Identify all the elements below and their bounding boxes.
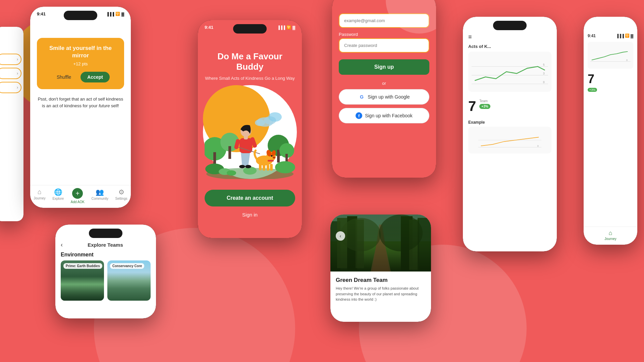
svg-point-31 <box>271 155 273 157</box>
nav-journey[interactable]: ⌂ Journey <box>34 188 46 204</box>
facebook-label: Sign up with Facebook <box>365 113 413 118</box>
acts-chart: 5 3 0 <box>468 52 551 92</box>
score-number: 7 <box>468 99 476 113</box>
facebook-signup-button[interactable]: f Sign up with Facebook <box>339 108 429 123</box>
badge-8: +3% <box>588 88 597 92</box>
example-chart-svg: 0 <box>472 130 548 150</box>
pill-1: › <box>0 54 21 65</box>
svg-rect-32 <box>268 160 274 162</box>
google-g-letter: G <box>360 94 364 100</box>
bottom-navbar: ⌂ Journey 🌐 Explore + Add AOK 👥 Communit… <box>30 185 131 208</box>
create-account-button[interactable]: Create an account <box>205 190 295 206</box>
environment-section: Environment <box>55 250 156 260</box>
svg-point-14 <box>255 119 265 126</box>
back-button[interactable]: ‹ <box>61 241 63 248</box>
phone-3-hero: 9:41 ▐▐▐ 🛜 ▓ Do Me a Favour Buddy Where … <box>198 20 302 238</box>
score-section: 7 Team +3% <box>468 96 551 117</box>
nav-add-aok[interactable]: + Add AOK <box>71 188 85 204</box>
nav-settings-label: Settings <box>115 197 127 200</box>
phone-6-stats: ≡ Acts of K... 5 3 0 7 Team +3% <box>463 17 557 251</box>
notch <box>64 11 97 20</box>
nav-community[interactable]: 👥 Community <box>91 188 108 204</box>
google-label: Sign up with Google <box>368 94 410 100</box>
signal-icon: ▐▐▐ <box>106 12 114 16</box>
svg-text:0: 0 <box>626 59 628 61</box>
nav-explore-label: Explore <box>52 197 64 200</box>
status-time: 9:41 <box>37 11 46 16</box>
team-cards: Prime: Earth Buddies Conservancy Core <box>55 260 156 301</box>
walking-dog-illustration <box>205 95 295 179</box>
card-buttons: Shuffle Accept <box>42 72 119 82</box>
accept-button[interactable]: Accept <box>80 72 110 82</box>
card-pts: +12 pts <box>42 61 119 66</box>
signup-button[interactable]: Sign up <box>339 59 429 75</box>
card-title: Smile at yourself in the mirror <box>42 45 119 59</box>
team-description: Hey there! We're a group of folks passio… <box>336 286 426 302</box>
svg-rect-4 <box>228 146 231 159</box>
back-button-7[interactable]: ‹ <box>336 231 345 241</box>
password-input[interactable] <box>339 38 429 53</box>
status-bar-8: 9:41 ▐▐▐ 🛜 ▓ <box>584 17 637 40</box>
hero-section: Do Me a Favour Buddy Where Small Acts of… <box>198 31 302 82</box>
svg-point-18 <box>239 165 245 168</box>
chevron-icon-3: › <box>17 85 18 90</box>
community-icon: 👥 <box>96 188 104 196</box>
chart-svg-8: 0 <box>590 45 631 66</box>
pill-3: › <box>0 82 21 93</box>
wifi-icon: 🛜 <box>115 12 120 16</box>
nav-explore[interactable]: 🌐 Explore <box>52 188 64 204</box>
google-signup-button[interactable]: G Sign up with Google <box>339 89 429 105</box>
hero-subtitle: Where Small Acts of Kindness Go a Long W… <box>205 75 295 81</box>
svg-text:3: 3 <box>543 72 545 75</box>
shuffle-button[interactable]: Shuffle <box>51 72 76 82</box>
conservancy-label: Conservancy Core <box>110 263 144 269</box>
settings-icon: ⚙ <box>118 188 124 196</box>
chart-svg: 5 3 0 <box>472 55 548 88</box>
example-title: Example <box>468 120 551 125</box>
sign-in-button[interactable]: Sign in <box>242 212 258 218</box>
home-icon-8: ⌂ <box>609 230 612 237</box>
notch-3 <box>233 24 267 34</box>
team-card-conservancy[interactable]: Conservancy Core <box>107 260 151 301</box>
hamburger-icon[interactable]: ≡ <box>468 34 472 41</box>
illustration-area <box>198 85 302 179</box>
score-label: Team <box>479 99 551 103</box>
score-8: 7 <box>588 72 633 86</box>
svg-text:0: 0 <box>543 80 545 84</box>
battery-icon: ▓ <box>121 12 124 16</box>
nav-journey-label: Journey <box>34 196 46 200</box>
svg-text:0: 0 <box>537 145 539 147</box>
nav-journey-8[interactable]: ⌂ Journey <box>588 230 633 241</box>
body-text: Psst, don't forget that an act of self k… <box>30 89 131 109</box>
or-divider: or <box>339 81 429 86</box>
status-icons-3: ▐▐▐ 🛜 ▓ <box>277 25 295 29</box>
nav-bottom-8: ⌂ Journey <box>584 227 637 245</box>
svg-text:5: 5 <box>543 63 545 66</box>
wifi-icon-8: 🛜 <box>625 34 630 38</box>
pill-2: › <box>0 68 21 79</box>
acts-title: Acts of K... <box>468 44 551 49</box>
hero-title: Do Me a Favour Buddy <box>205 51 295 72</box>
svg-point-15 <box>268 112 282 122</box>
nav-settings[interactable]: ⚙ Settings <box>115 188 127 204</box>
score-badge: +3% <box>479 104 490 109</box>
password-group: Password <box>339 32 429 53</box>
signal-icon-3: ▐▐▐ <box>277 25 285 29</box>
svg-rect-6 <box>277 150 280 163</box>
status-time-8: 9:41 <box>588 34 596 38</box>
svg-rect-36 <box>270 164 273 171</box>
cta-section: Create an account Sign in <box>205 190 295 218</box>
phone-2-shuffle: 9:41 ▐▐▐ 🛜 ▓ Smile at yourself in the mi… <box>30 7 131 208</box>
team-card-earth-buddies[interactable]: Prime: Earth Buddies <box>61 260 104 301</box>
phone-1: › › › <box>0 27 23 221</box>
phone-5-explore: ‹ Explore Teams Environment Prime: Earth… <box>55 225 156 318</box>
svg-point-38 <box>227 170 236 176</box>
phone-4-signup: Password Sign up or G Sign up with Googl… <box>332 0 436 178</box>
notch-6 <box>493 21 527 30</box>
team-content: Green Dream Team Hey there! We're a grou… <box>330 272 431 308</box>
phone-8-partial: 9:41 ▐▐▐ 🛜 ▓ 0 7 +3% ⌂ Journey <box>584 17 637 245</box>
img-overlay <box>330 215 431 272</box>
home-icon: ⌂ <box>38 188 42 196</box>
example-chart: 0 <box>468 127 551 154</box>
battery-icon-8: ▓ <box>631 34 633 38</box>
